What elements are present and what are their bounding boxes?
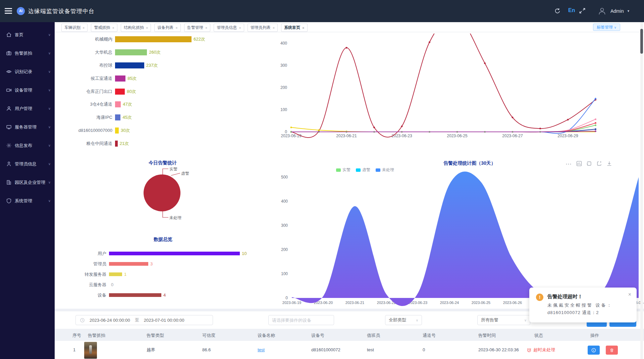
home-icon (6, 32, 12, 38)
chart-type-icon[interactable] (576, 161, 582, 168)
device-alarm-bar-chart: 机械棚内622次大华机总260次布控球237次候工室通道85次仓库正门出口80次… (60, 33, 248, 150)
delete-button[interactable] (606, 346, 618, 355)
alarm-trend-line-chart: 01002003004002023-06-192023-06-212023-06… (268, 34, 607, 141)
more-icon[interactable]: ⋯ (566, 160, 572, 168)
date-range-picker[interactable]: 2023-06-24 00:00:00 至 2023-07-01 00:00:0… (75, 315, 213, 325)
bar-row: 候工室通道85次 (60, 72, 248, 85)
sidebar-item-park-enterprise[interactable]: 园区及企业管理∨ (0, 173, 55, 192)
sidebar-item-system-management[interactable]: 系统管理∨ (0, 192, 55, 210)
info-icon (591, 348, 596, 353)
svg-text:2023-06-26: 2023-06-26 (503, 301, 522, 305)
svg-text:2023-06-25: 2023-06-25 (472, 301, 490, 305)
type-select[interactable]: 全部类型∨ (385, 315, 422, 325)
sidebar-item-server-management[interactable]: 服务器管理∨ (0, 118, 55, 136)
tab-alert-capture[interactable]: 警戒抓拍× (91, 23, 117, 32)
close-tab-icon[interactable]: × (112, 26, 114, 30)
svg-text:0: 0 (285, 296, 288, 300)
trash-icon (609, 348, 614, 353)
table-row: 1 越界 86.6 test d81601000072 test 0 2023-… (55, 341, 644, 359)
legend-false-alarm[interactable]: 虚警 (356, 167, 370, 173)
sidebar-item-admin-info[interactable]: 管理员信息∨ (0, 155, 55, 173)
sidebar-item-user-management[interactable]: 用户管理∨ (0, 99, 55, 118)
svg-text:2023-06-24: 2023-06-24 (440, 301, 459, 305)
person-icon (6, 161, 12, 167)
tab-structured-capture[interactable]: 结构化抓拍× (121, 23, 151, 32)
area-chart-title: 告警处理统计图（30天） (416, 160, 523, 166)
bar-row: 粮仓中间通道21次 (60, 137, 248, 150)
menu-toggle-icon[interactable] (5, 8, 12, 14)
close-tab-icon[interactable]: × (273, 26, 275, 30)
device-select-input[interactable] (268, 315, 334, 325)
language-toggle[interactable]: En (568, 7, 575, 13)
sidebar-item-device-management[interactable]: 设备管理∨ (0, 81, 55, 99)
info-button[interactable] (588, 346, 600, 355)
cell-operator: test (367, 341, 374, 359)
alarm-process-area-chart: 01002003004005002023-06-192023-06-202023… (267, 158, 644, 307)
scrollbar-track[interactable] (640, 22, 643, 359)
scrollbar-thumb[interactable] (640, 29, 643, 54)
building-icon (6, 180, 12, 185)
close-tab-icon[interactable]: × (83, 26, 85, 30)
tab-alarm-management[interactable]: 告警管理× (184, 23, 210, 32)
rotate-icon[interactable] (596, 161, 602, 168)
close-tab-icon[interactable]: × (239, 26, 241, 30)
bar-row: d816010000700030次 (60, 124, 248, 137)
data-overview-bar-chart: 用户10管理员3转发服务器1云服务器0设备4 (55, 248, 263, 300)
fullscreen-icon[interactable] (579, 7, 586, 15)
legend-real-alarm[interactable]: 实警 (336, 167, 351, 173)
alarm-select[interactable]: 所有告警∨ (477, 315, 530, 325)
svg-text:2023-06-25: 2023-06-25 (447, 134, 468, 138)
open-tabs: 车辆识别× 警戒抓拍× 结构化抓拍× 设备列表× 告警管理× 管理员信息× 管理… (61, 23, 308, 32)
tab-system-home[interactable]: 系统首页× (281, 23, 307, 32)
alarm-snapshot-thumbnail[interactable] (84, 342, 97, 359)
svg-text:2023-06-29: 2023-06-29 (557, 134, 578, 138)
tab-admin-info[interactable]: 管理员信息× (214, 23, 244, 32)
svg-text:100: 100 (280, 107, 287, 112)
avatar-icon[interactable] (598, 7, 606, 17)
alarm-clock-icon (527, 348, 532, 353)
svg-text:2023-06-21: 2023-06-21 (345, 301, 364, 305)
tab-vehicle-recognition[interactable]: 车辆识别× (61, 23, 88, 32)
device-name-link[interactable]: test (258, 341, 265, 359)
restore-icon[interactable] (586, 161, 592, 168)
bar-row: 设备4 (55, 290, 263, 300)
tag-manage-button[interactable]: 标签管理∨ (593, 23, 620, 31)
sidebar-item-recognition-records[interactable]: 识别记录∨ (0, 62, 55, 81)
bar-row: 海康IPC45次 (60, 111, 248, 124)
svg-text:300: 300 (281, 223, 288, 228)
svg-text:2023-06-19: 2023-06-19 (281, 134, 302, 138)
tab-device-list[interactable]: 设备列表× (154, 23, 180, 32)
close-tab-icon[interactable]: × (205, 26, 207, 30)
camera-icon (6, 50, 12, 56)
svg-text:200: 200 (280, 85, 287, 90)
svg-text:2023-06-19: 2023-06-19 (282, 301, 301, 305)
legend-unhandled[interactable]: 未处理 (376, 167, 394, 173)
svg-text:400: 400 (281, 199, 288, 204)
download-icon[interactable] (606, 161, 612, 168)
close-tab-icon[interactable]: × (302, 26, 304, 30)
chevron-down-icon: ∨ (416, 318, 418, 322)
sidebar-item-alarm-capture[interactable]: 告警抓拍∨ (0, 44, 55, 62)
area-chart-legend: 实警 虚警 未处理 (336, 167, 394, 173)
user-caret-icon: ▼ (627, 9, 630, 13)
toast-close-icon[interactable]: × (628, 292, 631, 298)
shield-icon (6, 198, 12, 204)
bar-row: 3仓4仓通道47次 (60, 98, 248, 111)
toast-title: 告警处理超时！ (547, 294, 583, 300)
sidebar-item-home[interactable]: 首页∨ (0, 25, 55, 44)
pie-label-unhandled: 未处理 (169, 215, 181, 221)
cell-device-no: d81601000072 (311, 341, 340, 359)
close-tab-icon[interactable]: × (146, 26, 148, 30)
refresh-icon[interactable] (554, 7, 561, 15)
status-badge: 超时未处理 (527, 341, 555, 359)
svg-text:100: 100 (281, 271, 288, 276)
user-menu[interactable]: Admin (610, 8, 624, 14)
pie-label-false-alarm: 虚警 (181, 171, 189, 176)
tab-admin-list[interactable]: 管理员列表× (248, 23, 278, 32)
close-tab-icon[interactable]: × (175, 26, 177, 30)
sidebar-item-info-publish[interactable]: 信息发布∨ (0, 136, 55, 155)
warning-icon: ! (536, 294, 543, 301)
toast-body-line2: d81601000072 通道：2 (547, 310, 599, 316)
bar-row: 机械棚内622次 (60, 33, 248, 46)
toast-body-line1: 未佩戴安全帽报警 设备： (547, 302, 631, 308)
